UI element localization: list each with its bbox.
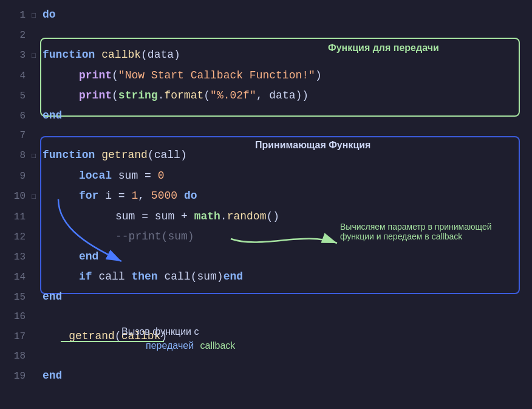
line-number: 13 [0,247,32,267]
line-number: 12 [0,227,32,247]
code-line: 15end [0,287,532,307]
code-line: 1□do [0,5,532,26]
code-line: 2 [0,26,532,45]
fold-icon: □ [32,46,40,66]
line-number: 5 [0,86,32,106]
code-text: end [40,247,532,266]
line-number: 3 [0,46,32,65]
code-container: 1□do23□function callbk(data)4print("Now … [0,0,532,391]
line-number: 11 [0,207,32,227]
code-text: end [40,366,532,385]
code-line: 3□function callbk(data) [0,45,532,66]
line-number: 9 [0,167,32,186]
line-number: 18 [0,346,32,366]
line-number: 15 [0,287,32,307]
line-number: 8 [0,146,32,165]
line-number: 16 [0,307,32,326]
code-text: if call then call(sum)end [40,267,532,286]
code-text: getrand(callbk) [40,326,532,346]
line-number: 14 [0,267,32,287]
code-line: 17 getrand(callbk) [0,326,532,346]
code-line: 6end [0,106,532,126]
line-number: 2 [0,26,32,45]
code-line: 19end [0,366,532,386]
code-text: print(string.format("%.02f", data)) [40,86,532,105]
code-line: 4print("Now Start Callback Function!") [0,66,532,86]
line-number: 4 [0,66,32,86]
line-number: 19 [0,366,32,386]
line-number: 7 [0,126,32,145]
getrand-annotation: Вызов функции с [121,326,199,337]
blue-box-annotation: Принимающая Функция [255,140,370,151]
code-line: 13end [0,247,532,267]
line-number: 6 [0,106,32,126]
code-line: 16 [0,307,532,326]
code-text: function callbk(data) [40,45,532,64]
fold-icon: □ [32,146,40,166]
code-line: 10□for i = 1, 5000 do [0,186,532,207]
fold-icon: □ [32,6,40,26]
code-line: 14if call then call(sum)end [0,267,532,287]
code-line: 9local sum = 0 [0,166,532,186]
code-text: print("Now Start Callback Function!") [40,66,532,85]
code-text: do [40,5,532,24]
line-number: 10 [0,187,32,206]
line-number: 1 [0,5,32,25]
green-box-annotation: Функция для передачи [328,43,439,53]
fold-icon: □ [32,187,40,207]
code-text: end [40,287,532,306]
code-line: 18 [0,346,532,366]
line-number: 17 [0,327,32,346]
callback-annotation: передачей callback [146,340,235,351]
code-line: 5print(string.format("%.02f", data)) [0,86,532,106]
arrow-annotation: Вычисляем параметр в принимающей функции… [340,222,516,241]
code-text: local sum = 0 [40,166,532,185]
code-text: for i = 1, 5000 do [40,186,532,205]
code-text: end [40,106,532,125]
